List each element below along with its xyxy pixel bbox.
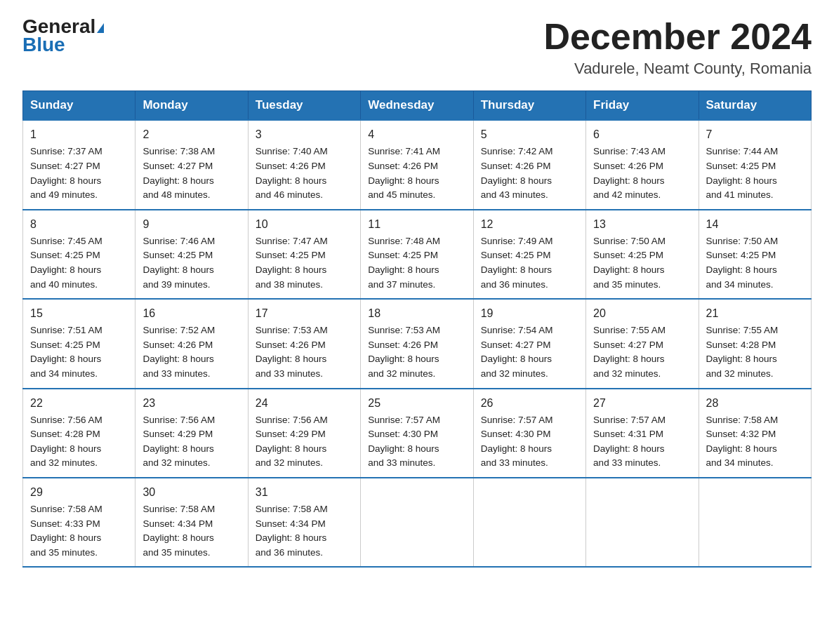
day-number: 6 (593, 126, 691, 142)
week-row-4: 22 Sunrise: 7:56 AM Sunset: 4:28 PM Dayl… (23, 389, 812, 478)
sunset-info: Sunset: 4:33 PM (30, 518, 100, 529)
day-number: 1 (30, 126, 128, 142)
location-subtitle: Vadurele, Neamt County, Romania (543, 60, 812, 78)
day-number: 22 (30, 395, 128, 411)
daylight-minutes: and 34 minutes. (706, 279, 774, 290)
calendar-cell: 12 Sunrise: 7:49 AM Sunset: 4:25 PM Dayl… (473, 210, 585, 299)
week-row-5: 29 Sunrise: 7:58 AM Sunset: 4:33 PM Dayl… (23, 478, 812, 567)
daylight-info: Daylight: 8 hours (368, 175, 439, 186)
daylight-minutes: and 45 minutes. (368, 189, 435, 200)
calendar-body: 1 Sunrise: 7:37 AM Sunset: 4:27 PM Dayli… (23, 120, 812, 567)
daylight-info: Daylight: 8 hours (706, 175, 777, 186)
daylight-info: Daylight: 8 hours (706, 443, 777, 454)
calendar-cell: 31 Sunrise: 7:58 AM Sunset: 4:34 PM Dayl… (248, 478, 360, 567)
daylight-info: Daylight: 8 hours (30, 443, 101, 454)
sunrise-info: Sunrise: 7:45 AM (30, 236, 102, 246)
daylight-info: Daylight: 8 hours (481, 175, 552, 186)
sunset-info: Sunset: 4:34 PM (143, 518, 213, 529)
sunset-info: Sunset: 4:27 PM (593, 340, 663, 350)
sunset-info: Sunset: 4:25 PM (30, 340, 100, 350)
sunset-info: Sunset: 4:29 PM (143, 429, 213, 439)
calendar-cell (361, 478, 473, 567)
logo-triangle-icon (97, 23, 104, 33)
calendar-cell: 14 Sunrise: 7:50 AM Sunset: 4:25 PM Dayl… (699, 210, 811, 299)
sunrise-info: Sunrise: 7:58 AM (706, 415, 779, 425)
sunrise-info: Sunrise: 7:52 AM (143, 325, 215, 335)
daylight-minutes: and 33 minutes. (256, 368, 323, 379)
sunset-info: Sunset: 4:25 PM (30, 250, 100, 260)
sunset-info: Sunset: 4:25 PM (706, 250, 776, 260)
sunset-info: Sunset: 4:31 PM (593, 429, 663, 439)
sunrise-info: Sunrise: 7:48 AM (368, 236, 440, 246)
sunrise-info: Sunrise: 7:56 AM (143, 415, 215, 425)
sunrise-info: Sunrise: 7:55 AM (706, 325, 779, 335)
day-number: 26 (481, 395, 578, 411)
daylight-minutes: and 42 minutes. (593, 189, 661, 200)
day-number: 25 (368, 395, 465, 411)
day-number: 30 (143, 484, 240, 500)
title-area: December 2024 Vadurele, Neamt County, Ro… (543, 17, 812, 78)
day-number: 23 (143, 395, 240, 411)
calendar-cell: 21 Sunrise: 7:55 AM Sunset: 4:28 PM Dayl… (699, 299, 811, 388)
sunrise-info: Sunrise: 7:55 AM (593, 325, 666, 335)
calendar-cell: 5 Sunrise: 7:42 AM Sunset: 4:26 PM Dayli… (473, 120, 585, 209)
calendar-cell: 10 Sunrise: 7:47 AM Sunset: 4:25 PM Dayl… (248, 210, 360, 299)
calendar-cell (586, 478, 699, 567)
day-number: 10 (256, 216, 353, 232)
calendar-cell: 19 Sunrise: 7:54 AM Sunset: 4:27 PM Dayl… (473, 299, 585, 388)
sunrise-info: Sunrise: 7:38 AM (143, 146, 215, 156)
daylight-minutes: and 33 minutes. (143, 368, 210, 379)
sunset-info: Sunset: 4:30 PM (368, 429, 438, 439)
calendar-cell: 16 Sunrise: 7:52 AM Sunset: 4:26 PM Dayl… (135, 299, 248, 388)
sunset-info: Sunset: 4:28 PM (30, 429, 100, 439)
daylight-minutes: and 33 minutes. (593, 457, 661, 468)
daylight-info: Daylight: 8 hours (593, 354, 664, 364)
calendar-cell: 15 Sunrise: 7:51 AM Sunset: 4:25 PM Dayl… (23, 299, 135, 388)
sunrise-info: Sunrise: 7:58 AM (256, 504, 328, 514)
sunset-info: Sunset: 4:25 PM (368, 250, 438, 260)
calendar-cell: 11 Sunrise: 7:48 AM Sunset: 4:25 PM Dayl… (361, 210, 473, 299)
daylight-info: Daylight: 8 hours (368, 443, 439, 454)
calendar-cell: 29 Sunrise: 7:58 AM Sunset: 4:33 PM Dayl… (23, 478, 135, 567)
week-row-1: 1 Sunrise: 7:37 AM Sunset: 4:27 PM Dayli… (23, 120, 812, 209)
calendar-cell: 23 Sunrise: 7:56 AM Sunset: 4:29 PM Dayl… (135, 389, 248, 478)
month-year-title: December 2024 (543, 17, 812, 57)
sunset-info: Sunset: 4:27 PM (143, 161, 213, 171)
daylight-info: Daylight: 8 hours (30, 264, 101, 275)
daylight-minutes: and 33 minutes. (481, 457, 548, 468)
day-number: 9 (143, 216, 240, 232)
sunrise-info: Sunrise: 7:56 AM (256, 415, 328, 425)
day-number: 27 (593, 395, 691, 411)
daylight-minutes: and 40 minutes. (30, 279, 98, 290)
day-number: 2 (143, 126, 240, 142)
sunrise-info: Sunrise: 7:57 AM (368, 415, 440, 425)
header-day-sunday: Sunday (23, 91, 135, 121)
calendar-cell (473, 478, 585, 567)
daylight-info: Daylight: 8 hours (481, 354, 552, 364)
daylight-minutes: and 49 minutes. (30, 189, 98, 200)
daylight-info: Daylight: 8 hours (143, 443, 213, 454)
sunset-info: Sunset: 4:26 PM (368, 161, 438, 171)
header-day-friday: Friday (586, 91, 699, 121)
week-row-2: 8 Sunrise: 7:45 AM Sunset: 4:25 PM Dayli… (23, 210, 812, 299)
day-number: 28 (706, 395, 804, 411)
sunset-info: Sunset: 4:26 PM (256, 340, 326, 350)
day-number: 11 (368, 216, 465, 232)
sunset-info: Sunset: 4:26 PM (593, 161, 663, 171)
daylight-info: Daylight: 8 hours (256, 532, 326, 543)
daylight-minutes: and 43 minutes. (481, 189, 548, 200)
daylight-info: Daylight: 8 hours (706, 354, 777, 364)
logo-line2: Blue (22, 34, 65, 56)
calendar-header: SundayMondayTuesdayWednesdayThursdayFrid… (23, 91, 812, 121)
sunset-info: Sunset: 4:29 PM (256, 429, 326, 439)
calendar-table: SundayMondayTuesdayWednesdayThursdayFrid… (22, 90, 812, 568)
day-number: 21 (706, 305, 804, 321)
sunset-info: Sunset: 4:28 PM (706, 340, 776, 350)
daylight-minutes: and 38 minutes. (256, 279, 323, 290)
sunrise-info: Sunrise: 7:56 AM (30, 415, 102, 425)
day-number: 7 (706, 126, 804, 142)
daylight-minutes: and 32 minutes. (706, 368, 774, 379)
day-number: 31 (256, 484, 353, 500)
sunrise-info: Sunrise: 7:37 AM (30, 146, 102, 156)
sunrise-info: Sunrise: 7:43 AM (593, 146, 666, 156)
